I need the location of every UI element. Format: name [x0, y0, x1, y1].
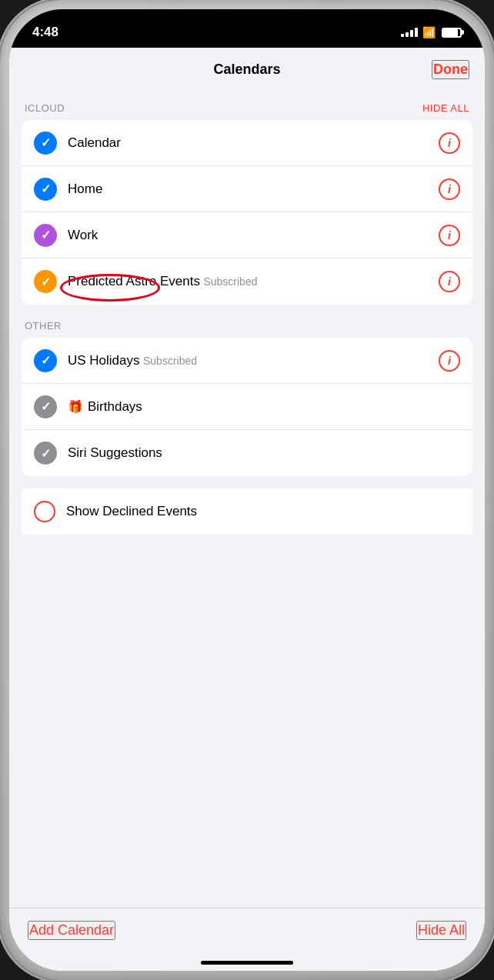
astro-row[interactable]: ✓ Predicted Astro Events Subscribed i: [22, 258, 472, 305]
birthdays-text-group: 🎁Birthdays: [68, 399, 460, 415]
hide-all-toolbar-button[interactable]: Hide All: [416, 921, 466, 940]
home-indicator: [201, 961, 293, 965]
nav-header: Calendars Done: [9, 48, 485, 87]
birthdays-title: 🎁Birthdays: [68, 399, 142, 414]
calendar-checkbox[interactable]: ✓: [34, 132, 57, 155]
work-checkbox[interactable]: ✓: [34, 224, 57, 247]
declined-events-title: Show Declined Events: [66, 504, 197, 518]
declined-events-row[interactable]: Show Declined Events: [22, 488, 472, 535]
content: Calendars Done ICLOUD HIDE ALL ✓: [9, 48, 485, 971]
birthdays-checkbox[interactable]: ✓: [34, 395, 57, 418]
calendar-info-button[interactable]: i: [439, 132, 460, 154]
us-holidays-info-button[interactable]: i: [439, 350, 460, 372]
screen: 4:48 📶 Cale: [9, 9, 485, 971]
astro-title: Predicted Astro Events: [68, 274, 200, 288]
declined-events-container: Show Declined Events: [22, 488, 472, 535]
other-section-header: OTHER: [9, 305, 485, 338]
work-row[interactable]: ✓ Work i: [22, 212, 472, 258]
declined-events-text-group: Show Declined Events: [66, 504, 460, 519]
siri-suggestions-text-group: Siri Suggestions: [68, 445, 460, 461]
add-calendar-button[interactable]: Add Calendar: [28, 921, 115, 940]
siri-suggestions-checkbox[interactable]: ✓: [34, 442, 57, 465]
us-holidays-text-group: US Holidays Subscribed: [68, 353, 439, 368]
status-time: 4:48: [32, 25, 58, 40]
done-button[interactable]: Done: [432, 60, 469, 79]
page-title: Calendars: [213, 62, 280, 78]
icloud-section-header: ICLOUD HIDE ALL: [9, 87, 485, 120]
icloud-label: ICLOUD: [25, 102, 65, 114]
phone-inner: 4:48 📶 Cale: [9, 9, 485, 971]
astro-checkbox[interactable]: ✓: [34, 270, 57, 293]
home-title: Home: [68, 182, 102, 196]
notch: [185, 9, 309, 32]
siri-suggestions-row[interactable]: ✓ Siri Suggestions: [22, 430, 472, 476]
us-holidays-title: US Holidays: [68, 353, 140, 368]
calendar-text-group: Calendar: [68, 135, 439, 151]
work-text-group: Work: [68, 228, 439, 243]
work-info-button[interactable]: i: [439, 225, 460, 246]
home-text-group: Home: [68, 182, 439, 197]
us-holidays-checkbox[interactable]: ✓: [34, 349, 57, 372]
icloud-list: ✓ Calendar i ✓: [22, 120, 472, 305]
calendar-title: Calendar: [68, 135, 121, 150]
birthdays-row[interactable]: ✓ 🎁Birthdays: [22, 384, 472, 430]
astro-text-group: Predicted Astro Events Subscribed: [68, 274, 439, 289]
home-info-button[interactable]: i: [439, 178, 460, 200]
declined-events-radio[interactable]: [34, 501, 55, 522]
calendar-row[interactable]: ✓ Calendar i: [22, 120, 472, 166]
status-icons: 📶: [401, 26, 462, 38]
gift-icon: 🎁: [68, 400, 83, 413]
wifi-icon: 📶: [422, 26, 436, 38]
home-checkbox[interactable]: ✓: [34, 178, 57, 201]
siri-suggestions-title: Siri Suggestions: [68, 445, 162, 460]
phone-frame: 4:48 📶 Cale: [0, 0, 494, 980]
battery-icon: [442, 28, 462, 38]
other-label: OTHER: [25, 320, 62, 332]
status-bar: 4:48 📶: [9, 9, 485, 48]
home-row[interactable]: ✓ Home i: [22, 166, 472, 212]
us-holidays-subtitle: Subscribed: [143, 355, 197, 367]
signal-icon: [401, 28, 418, 37]
hide-all-button[interactable]: HIDE ALL: [422, 102, 469, 114]
other-list: ✓ US Holidays Subscribed i ✓: [22, 338, 472, 476]
us-holidays-row[interactable]: ✓ US Holidays Subscribed i: [22, 338, 472, 384]
work-title: Work: [68, 228, 98, 242]
astro-subtitle: Subscribed: [203, 275, 257, 288]
astro-info-button[interactable]: i: [439, 271, 460, 292]
